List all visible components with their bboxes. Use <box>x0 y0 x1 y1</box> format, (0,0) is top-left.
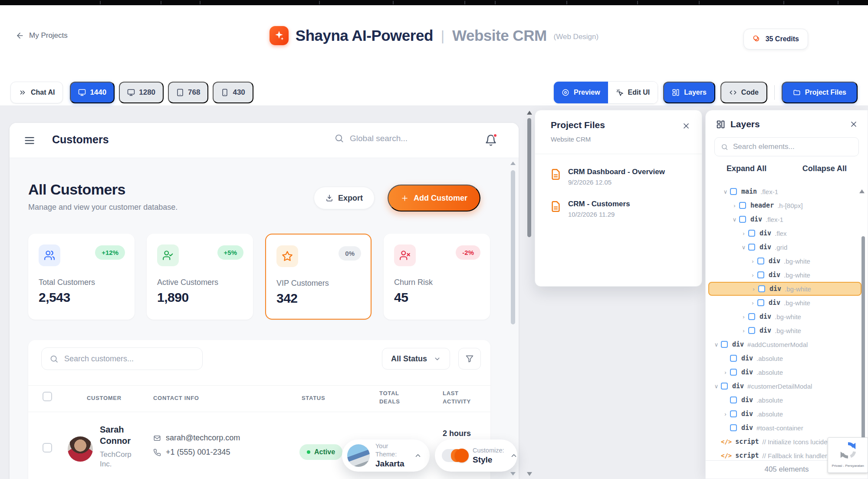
stat-card[interactable]: -2% Churn Risk 45 <box>384 234 490 320</box>
customize-pill[interactable]: Customize: Style <box>435 439 517 472</box>
chevron-up-icon[interactable] <box>510 452 518 459</box>
chat-ai-button[interactable]: Chat AI <box>10 82 63 103</box>
layer-checkbox[interactable] <box>730 369 737 376</box>
layer-checkbox[interactable] <box>730 188 737 195</box>
status-filter-dropdown[interactable]: All Status <box>382 348 450 370</box>
chevron-icon[interactable]: › <box>739 327 748 334</box>
layer-row[interactable]: ∨ main .flex-1 <box>708 185 861 198</box>
chevron-icon[interactable]: › <box>730 202 739 209</box>
chevron-icon[interactable]: › <box>749 286 758 292</box>
chevron-icon[interactable]: › <box>721 411 730 417</box>
project-files-button[interactable]: Project Files <box>782 82 858 103</box>
layer-checkbox[interactable] <box>730 424 737 431</box>
layer-row[interactable]: › div .bg-white <box>708 282 861 296</box>
chevron-icon[interactable]: ∨ <box>730 216 739 223</box>
chevron-icon[interactable]: ∨ <box>721 188 730 195</box>
layer-row[interactable]: › div .bg-white <box>708 268 861 282</box>
canvas-scrollbar[interactable] <box>526 110 532 479</box>
export-button[interactable]: Export <box>314 187 375 209</box>
chevron-icon[interactable]: ∨ <box>712 383 721 390</box>
collapse-all-button[interactable]: Collapse All <box>802 164 847 173</box>
menu-icon[interactable] <box>23 135 35 146</box>
preview-scrollbar[interactable] <box>510 160 516 479</box>
layer-checkbox[interactable]: </> <box>721 452 732 459</box>
layer-row[interactable]: › div .bg-white <box>708 254 861 268</box>
chevron-icon[interactable]: › <box>748 258 757 264</box>
credits-button[interactable]: 35 Credits <box>743 29 808 50</box>
filter-button[interactable] <box>458 348 481 370</box>
layer-row[interactable]: › div .bg-white <box>708 324 861 337</box>
scrollbar-thumb[interactable] <box>527 118 531 237</box>
layer-checkbox[interactable] <box>748 313 755 320</box>
stat-card[interactable]: +12% Total Customers 2,543 <box>28 234 135 320</box>
element-search-input[interactable] <box>733 142 852 151</box>
layer-row[interactable]: ∨ div #customerDetailModal <box>708 379 861 393</box>
layer-checkbox[interactable] <box>748 244 755 251</box>
layer-checkbox[interactable] <box>730 410 737 417</box>
layer-checkbox[interactable] <box>748 327 755 334</box>
customer-search-input[interactable] <box>64 354 194 363</box>
global-search-input[interactable] <box>350 134 428 143</box>
viewport-button[interactable]: 768 <box>168 82 208 103</box>
scroll-down-arrow[interactable] <box>510 472 516 476</box>
row-checkbox[interactable] <box>43 443 52 453</box>
layer-checkbox[interactable] <box>730 355 737 362</box>
scrollbar-thumb[interactable] <box>511 170 515 324</box>
layer-checkbox[interactable] <box>758 285 765 292</box>
code-button[interactable]: Code <box>720 82 767 103</box>
chevron-icon[interactable]: › <box>739 314 748 320</box>
layer-row[interactable]: › div .flex <box>708 226 861 240</box>
layer-checkbox[interactable] <box>739 202 746 209</box>
layer-row[interactable]: div #toast-container <box>708 421 861 435</box>
viewport-button[interactable]: 1280 <box>119 82 164 103</box>
layer-checkbox[interactable] <box>757 299 764 306</box>
viewport-button[interactable]: 430 <box>213 82 253 103</box>
chevron-icon[interactable]: ∨ <box>712 341 721 348</box>
scroll-up-arrow[interactable] <box>859 189 865 193</box>
preview-button[interactable]: Preview <box>554 82 608 103</box>
chevron-icon[interactable]: › <box>748 272 757 278</box>
file-item[interactable]: CRM - Customers 10/2/2026 11.29 <box>547 195 693 222</box>
stat-card[interactable]: 0% VIP Customers 342 <box>265 234 372 320</box>
chevron-icon[interactable]: › <box>748 300 757 306</box>
layer-row[interactable]: div .absolute <box>708 393 861 407</box>
global-search[interactable] <box>334 133 428 143</box>
layer-row[interactable]: › div .absolute <box>708 365 861 379</box>
layer-checkbox[interactable]: </> <box>721 438 732 445</box>
scrollbar-thumb[interactable] <box>861 236 865 460</box>
style-toggle[interactable] <box>442 449 467 462</box>
edit-ui-button[interactable]: Edit UI <box>608 82 658 103</box>
layer-row[interactable]: › header .h-[80px] <box>708 198 861 212</box>
bell-icon[interactable] <box>485 134 497 146</box>
add-customer-button[interactable]: Add Customer <box>388 185 480 211</box>
theme-pill[interactable]: Your Theme: Jakarta <box>342 439 430 472</box>
layer-checkbox[interactable] <box>748 230 755 237</box>
chevron-icon[interactable]: › <box>739 230 748 237</box>
layer-checkbox[interactable] <box>739 216 746 223</box>
file-item[interactable]: CRM Dashboard - Overview 9/2/2026 12.05 <box>547 163 693 190</box>
layer-checkbox[interactable] <box>757 258 764 264</box>
toggle-knob[interactable] <box>455 449 469 462</box>
scroll-down-arrow[interactable] <box>527 472 532 476</box>
chevron-icon[interactable]: ∨ <box>739 244 748 251</box>
layer-checkbox[interactable] <box>730 396 737 403</box>
close-icon[interactable] <box>682 122 690 130</box>
layer-row[interactable]: ∨ div #addCustomerModal <box>708 337 861 351</box>
layer-row[interactable]: › div .bg-white <box>708 310 861 324</box>
layer-row[interactable]: › div .absolute <box>708 407 861 421</box>
layer-row[interactable]: div .absolute <box>708 351 861 365</box>
layer-checkbox[interactable] <box>757 271 764 278</box>
expand-all-button[interactable]: Expand All <box>727 164 766 173</box>
viewport-button[interactable]: 1440 <box>70 82 115 103</box>
layer-checkbox[interactable] <box>721 341 728 348</box>
recaptcha-badge[interactable]: Privasi - Persyaratan <box>828 437 868 473</box>
layers-button[interactable]: Layers <box>663 82 715 103</box>
scroll-up-arrow[interactable] <box>527 111 532 115</box>
close-icon[interactable] <box>849 120 858 129</box>
chevron-up-icon[interactable] <box>414 452 422 459</box>
layer-row[interactable]: › div .bg-white <box>708 296 861 310</box>
layer-row[interactable]: ∨ div .grid <box>708 240 861 254</box>
customer-search[interactable] <box>41 347 203 370</box>
scroll-up-arrow[interactable] <box>510 162 516 165</box>
chevron-icon[interactable]: › <box>721 369 730 376</box>
